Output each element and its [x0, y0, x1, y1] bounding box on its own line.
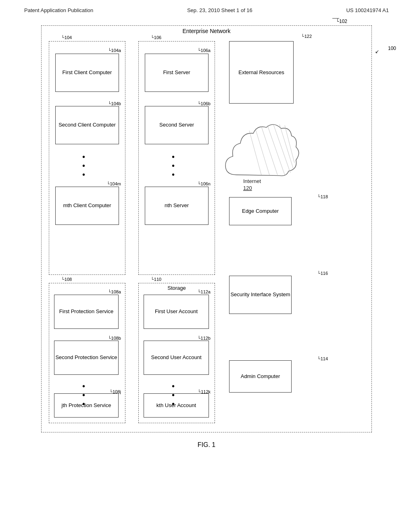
col-106: └106 First Server └106a Second Server └1… [138, 41, 215, 275]
first-protection-box: First Protection Service [54, 295, 119, 329]
ref-120-label: 120 [243, 185, 252, 191]
second-user-box: Second User Account [144, 341, 209, 375]
first-user-box: First User Account [144, 295, 209, 329]
ref-112a: └112a [198, 289, 211, 294]
cloud-svg: Internet 120 [221, 104, 300, 197]
first-server-box: First Server [145, 54, 209, 92]
dots-104: ••• [82, 152, 85, 179]
ref-106a: └106a [198, 48, 211, 53]
enterprise-box: Enterprise Network └102 └104 First Clien… [41, 25, 372, 432]
header-center: Sep. 23, 2010 Sheet 1 of 16 [187, 7, 252, 13]
ref-108j: └108j [109, 389, 121, 394]
nth-server-box: nth Server [145, 187, 209, 225]
first-client-box: First Client Computer [55, 54, 119, 92]
second-client-box: Second Client Computer [55, 106, 119, 144]
second-server-box: Second Server [145, 106, 209, 144]
ref-100-arrow: ↙ [375, 49, 379, 54]
col-110: Storage └110 First User Account └112a Se… [138, 283, 215, 423]
ref-104b: └104b [108, 101, 121, 106]
ref-110: └110 [151, 277, 161, 282]
ref-106: └106 [151, 35, 161, 40]
mth-client-box: mth Client Computer [55, 187, 119, 225]
ref-108a: └108a [108, 289, 121, 294]
svg-line-1 [261, 127, 277, 175]
col-108: └108 First Protection Service └108a Seco… [49, 283, 125, 423]
second-protection-box: Second Protection Service [54, 341, 119, 375]
svg-line-6 [249, 131, 261, 175]
ref-122: └122 [301, 34, 312, 39]
external-resources-box: External Resources [229, 41, 294, 104]
ref-102: └102 [332, 19, 347, 24]
security-interface-box: Security Interface System [229, 276, 292, 314]
col-104: └104 First Client Computer └104a Second … [49, 41, 125, 275]
internet-cloud: Internet 120 [221, 104, 300, 197]
svg-line-3 [273, 125, 290, 173]
diagram-area: 100 ↙ Enterprise Network └102 └104 First… [29, 25, 384, 449]
jth-protection-box: jth Protection Service [54, 393, 119, 418]
svg-line-4 [280, 125, 294, 170]
edge-computer-box: Edge Computer [229, 197, 292, 225]
ref-106n: └106n [198, 181, 211, 186]
ref-106b: └106b [198, 101, 211, 106]
admin-computer-box: Admin Computer [229, 360, 292, 393]
ref-104m: └104m [107, 181, 121, 186]
figure-caption: FIG. 1 [29, 441, 384, 449]
ref-104a: └104a [108, 48, 121, 53]
ref-114: └114 [317, 356, 328, 361]
enterprise-label: Enterprise Network [42, 26, 371, 35]
ref-112k: └112k [198, 389, 211, 394]
ref-104: └104 [61, 35, 72, 40]
dots-106: ••• [172, 152, 175, 179]
page-header: Patent Application Publication Sep. 23, … [0, 0, 413, 17]
ref-108b: └108b [108, 336, 121, 341]
ref-112b: └112b [198, 336, 211, 341]
svg-text:Internet: Internet [243, 178, 261, 184]
ref-108: └108 [61, 277, 72, 282]
ref-116: └116 [317, 271, 328, 276]
ref-118: └118 [317, 194, 328, 199]
kth-user-box: kth User Account [144, 393, 209, 418]
svg-line-0 [255, 129, 269, 175]
ref-100: 100 [388, 46, 396, 51]
header-right: US 100241974 A1 [346, 7, 389, 13]
header-left: Patent Application Publication [24, 7, 93, 13]
